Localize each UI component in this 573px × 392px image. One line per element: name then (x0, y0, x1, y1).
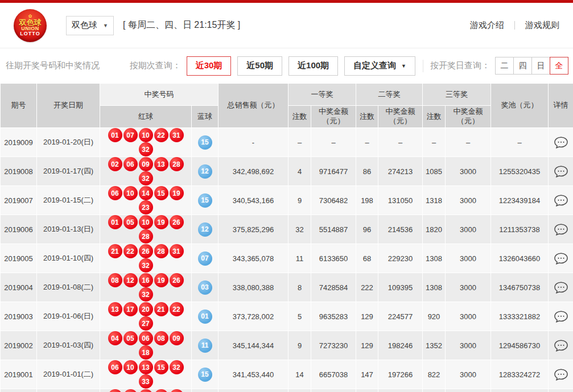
red-ball: 25 (170, 389, 184, 392)
blue-ball: 11 (198, 339, 212, 353)
pool-cell: 1333321882 (491, 302, 549, 331)
day-tuesday-button[interactable]: 二 (495, 57, 514, 75)
third-prize-count-cell: 1318 (423, 186, 446, 215)
third-prize-amount-cell: 3000 (446, 360, 491, 389)
blue-ball-cell: 12 (192, 157, 219, 186)
col-detail: 详情 (549, 84, 573, 128)
first-prize-amount-cell: 7306482 (311, 186, 356, 215)
results-header: 期号 开奖日期 中奖号码 总销售额（元） 一等奖 二等奖 三等奖 奖池（元） 详… (1, 84, 573, 128)
game-select-value: 双色球 (72, 20, 97, 31)
blue-ball: 15 (198, 193, 212, 208)
pool-cell: 1283324272 (491, 360, 549, 389)
detail-comment-button[interactable] (554, 282, 568, 294)
second-prize-amount-cell: 131050 (378, 186, 423, 215)
first-prize-amount-cell: – (311, 128, 356, 157)
first-prize-count-cell: 4 (288, 389, 311, 392)
first-prize-amount-cell: 7428584 (311, 273, 356, 302)
red-balls-cell: 212226283132 (100, 244, 192, 273)
recent-50-button[interactable]: 近50期 (237, 56, 282, 76)
col-sales: 总销售额（元） (219, 84, 288, 128)
red-ball: 05 (123, 331, 138, 345)
detail-comment-button[interactable] (554, 340, 568, 352)
red-ball: 23 (139, 200, 153, 214)
detail-cell (549, 389, 573, 392)
red-ball: 19 (170, 186, 184, 200)
red-ball: 20 (139, 302, 153, 316)
col-third-prize: 三等奖 (423, 84, 491, 106)
col-red-balls: 红球 (100, 106, 192, 128)
detail-comment-button[interactable] (554, 369, 568, 381)
red-ball: 14 (139, 186, 153, 200)
detail-comment-button[interactable] (554, 137, 568, 148)
red-ball: 31 (170, 128, 184, 142)
blue-ball-cell: 11 (192, 331, 219, 360)
red-ball: 15 (154, 186, 168, 200)
third-prize-amount-cell: – (446, 128, 491, 157)
second-prize-amount-cell: 197266 (378, 360, 423, 389)
red-ball: 10 (139, 128, 153, 142)
third-prize-count-cell: – (423, 128, 446, 157)
detail-comment-button[interactable] (554, 166, 568, 178)
comment-bubble-icon (554, 282, 568, 294)
red-balls-cell: 061014151923 (100, 186, 192, 215)
comment-bubble-icon (554, 311, 568, 323)
comment-bubble-icon (554, 340, 568, 352)
section-title: 往期开奖号码和中奖情况 (6, 60, 100, 71)
third-prize-count-cell: 1820 (423, 215, 446, 244)
col-count-3: 注数 (423, 106, 446, 128)
red-ball: 13 (108, 302, 122, 316)
period-buttons: 近30期近50期近100期自定义查询▼ (187, 56, 422, 76)
detail-comment-button[interactable] (554, 311, 568, 323)
day-sunday-button[interactable]: 日 (531, 57, 550, 75)
blue-ball: 15 (198, 135, 212, 150)
sales-cell: 341,453,440 (219, 360, 288, 389)
recent-30-button[interactable]: 近30期 (187, 56, 232, 76)
col-amount-2: 中奖金额（元） (378, 106, 423, 128)
third-prize-amount-cell: 3000 (446, 186, 491, 215)
sales-cell: - (219, 128, 288, 157)
game-select[interactable]: 双色球 ▼ (66, 16, 114, 35)
col-count-2: 注数 (356, 106, 378, 128)
detail-comment-button[interactable] (554, 253, 568, 265)
period-cell: 2019008 (1, 157, 37, 186)
red-ball: 07 (123, 128, 138, 142)
filter-divider (423, 60, 423, 72)
table-row: 20190042019-01-08(二)08121619263203338,08… (1, 273, 573, 302)
second-prize-amount-cell: 198246 (378, 331, 423, 360)
date-cell: 2019-01-10(四) (37, 244, 100, 273)
third-prize-amount-cell: 3000 (446, 157, 491, 186)
red-ball: 01 (108, 128, 122, 142)
link-game-rules[interactable]: 游戏规则 (525, 20, 559, 31)
detail-comment-button[interactable] (554, 224, 568, 236)
red-ball: 02 (108, 157, 122, 171)
third-prize-amount-cell: 3000 (446, 215, 491, 244)
first-prize-count-cell: 32 (288, 215, 311, 244)
blue-ball: 01 (198, 310, 212, 324)
table-row: 20190092019-01-20(日)01071022313215-–––––… (1, 128, 573, 157)
day-thursday-button[interactable]: 四 (513, 57, 532, 75)
third-prize-count-cell: 822 (423, 360, 446, 389)
link-game-intro[interactable]: 游戏介绍 (470, 20, 504, 31)
third-prize-amount-cell: 3000 (446, 302, 491, 331)
first-prize-count-cell: 4 (288, 157, 311, 186)
recent-100-button[interactable]: 近100期 (288, 56, 338, 76)
day-all-button[interactable]: 全 (550, 57, 568, 75)
red-ball: 28 (170, 157, 184, 171)
pool-cell: 1255320435 (491, 157, 549, 186)
detail-cell (549, 244, 573, 273)
table-row: 20190032019-01-06(日)13172021222701373,72… (1, 302, 573, 331)
sales-cell: 345,144,344 (219, 331, 288, 360)
custom-query-button[interactable]: 自定义查询▼ (344, 56, 415, 76)
second-prize-count-cell: 198 (356, 186, 378, 215)
red-ball: 32 (170, 360, 184, 374)
red-ball: 32 (139, 142, 153, 156)
draw-schedule-text: [ 每周二、四、日 21:15开奖 ] (123, 19, 240, 31)
pool-cell: 1289528301 (491, 389, 549, 392)
red-balls-cell: 020609132832 (100, 157, 192, 186)
red-ball: 22 (170, 302, 184, 316)
detail-cell (549, 157, 573, 186)
period-cell: 2019006 (1, 215, 37, 244)
period-cell: 2019005 (1, 244, 37, 273)
detail-comment-button[interactable] (554, 195, 568, 207)
red-ball: 22 (123, 244, 138, 258)
